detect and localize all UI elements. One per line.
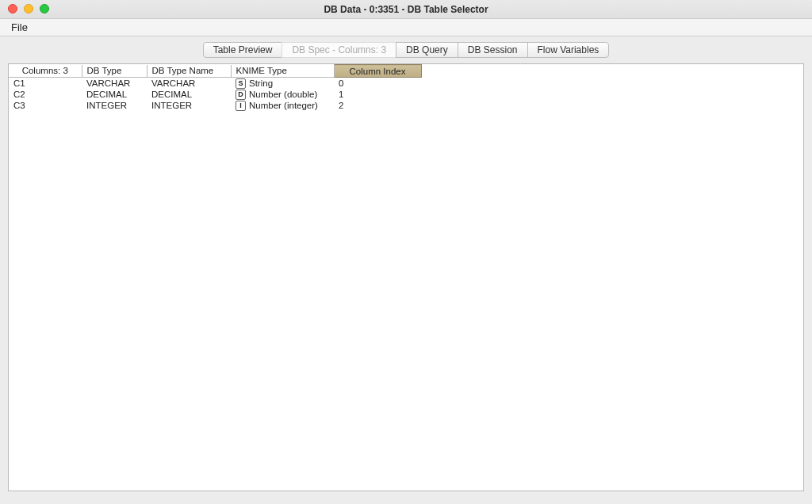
window-title: DB Data - 0:3351 - DB Table Selector xyxy=(324,4,488,15)
table-panel: Columns: 3 DB Type DB Type Name KNIME Ty… xyxy=(8,63,804,491)
window-controls xyxy=(8,4,49,13)
maximize-icon[interactable] xyxy=(40,4,49,13)
tab-db-spec[interactable]: DB Spec - Columns: 3 xyxy=(282,42,396,58)
cell-db-type: VARCHAR xyxy=(82,78,147,90)
minimize-icon[interactable] xyxy=(24,4,33,13)
cell-knime-type: D Number (double) xyxy=(231,89,334,100)
row-name: C2 xyxy=(9,89,82,100)
knime-type-label: Number (integer) xyxy=(249,101,318,110)
cell-column-index: 2 xyxy=(334,100,421,111)
cell-column-index: 0 xyxy=(334,78,421,90)
tabstrip: Table Preview DB Spec - Columns: 3 DB Qu… xyxy=(0,40,812,60)
column-header-db-type[interactable]: DB Type xyxy=(82,65,147,78)
cell-db-type-name: VARCHAR xyxy=(147,78,231,90)
string-type-icon: S xyxy=(236,78,246,89)
tab-flow-variables[interactable]: Flow Variables xyxy=(527,42,610,58)
tab-db-session[interactable]: DB Session xyxy=(458,42,528,58)
cell-db-type: DECIMAL xyxy=(82,89,147,100)
cell-db-type: INTEGER xyxy=(82,100,147,111)
column-header-column-index[interactable]: Column Index xyxy=(334,65,421,78)
table-header-row: Columns: 3 DB Type DB Type Name KNIME Ty… xyxy=(9,65,421,78)
knime-type-label: Number (double) xyxy=(249,90,317,99)
close-icon[interactable] xyxy=(8,4,17,13)
table-row[interactable]: C3 INTEGER INTEGER I Number (integer) 2 xyxy=(9,100,421,111)
column-header-db-type-name[interactable]: DB Type Name xyxy=(147,65,231,78)
row-name: C3 xyxy=(9,100,82,111)
integer-type-icon: I xyxy=(236,101,246,111)
knime-type-label: String xyxy=(249,78,273,88)
table-row[interactable]: C1 VARCHAR VARCHAR S String 0 xyxy=(9,78,421,90)
double-type-icon: D xyxy=(236,90,246,100)
cell-db-type-name: INTEGER xyxy=(147,100,231,111)
spec-table: Columns: 3 DB Type DB Type Name KNIME Ty… xyxy=(9,64,422,111)
tab-group: Table Preview DB Spec - Columns: 3 DB Qu… xyxy=(203,42,610,58)
titlebar: DB Data - 0:3351 - DB Table Selector xyxy=(0,0,812,19)
tab-table-preview[interactable]: Table Preview xyxy=(203,42,283,58)
cell-knime-type: S String xyxy=(231,78,334,89)
tab-db-query[interactable]: DB Query xyxy=(396,42,458,58)
cell-db-type-name: DECIMAL xyxy=(147,89,231,100)
cell-column-index: 1 xyxy=(334,89,421,100)
column-header-rowcount[interactable]: Columns: 3 xyxy=(9,65,82,78)
menubar: File xyxy=(0,19,812,36)
menu-file[interactable]: File xyxy=(6,20,33,35)
cell-knime-type: I Number (integer) xyxy=(231,100,334,111)
spec-table-body: C1 VARCHAR VARCHAR S String 0 C2 DECIMAL… xyxy=(9,78,421,112)
column-header-knime-type[interactable]: KNIME Type xyxy=(231,65,334,78)
table-row[interactable]: C2 DECIMAL DECIMAL D Number (double) 1 xyxy=(9,89,421,100)
row-name: C1 xyxy=(9,78,82,90)
